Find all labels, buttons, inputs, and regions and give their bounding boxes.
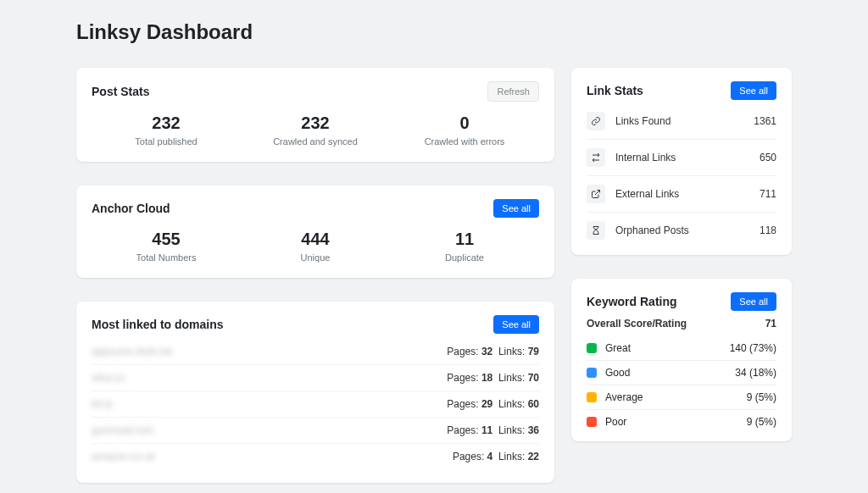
post-stats-label: Crawled and synced [241,136,390,147]
domain-row[interactable]: whoi.ccPages: 18 Links: 70 [92,365,539,391]
external-icon [587,185,605,203]
post-stats-card: Post Stats Refresh 232 Total published 2… [76,68,554,162]
keyword-rating-heading: Keyword Rating [587,295,677,308]
see-all-button[interactable]: See all [493,315,539,334]
refresh-button[interactable]: Refresh [487,81,539,102]
rating-label: Good [605,367,630,379]
anchor-cloud-value: 444 [241,230,390,249]
domain-meta: Pages: 4 Links: 22 [453,451,539,463]
link-stats-row[interactable]: Links Found1361 [587,103,776,140]
link-stats-value: 650 [760,152,776,163]
domain-row[interactable]: gumroad.comPages: 11 Links: 36 [92,418,539,444]
domain-name: appsumo.8odi.net [92,346,172,357]
internal-icon [587,148,605,167]
domain-row[interactable]: bit.lyPages: 29 Links: 60 [92,391,539,418]
domain-name: whoi.cc [92,372,125,384]
domains-card: Most linked to domains See all appsumo.8… [76,302,554,483]
anchor-cloud-value: 455 [92,230,241,249]
domain-row[interactable]: appsumo.8odi.netPages: 32 Links: 79 [92,339,539,365]
post-stats-label: Total published [92,136,241,147]
rating-value: 9 (5%) [747,416,776,428]
overall-score-label: Overall Score/Rating [587,318,687,330]
rating-label: Poor [605,416,626,428]
domain-meta: Pages: 29 Links: 60 [447,398,539,410]
link-stats-value: 711 [760,188,776,200]
post-stats-value: 0 [390,114,539,133]
link-stats-row[interactable]: Orphaned Posts118 [587,213,776,241]
link-stats-card: Link Stats See all Links Found1361Intern… [571,68,792,255]
domain-meta: Pages: 32 Links: 79 [447,346,539,357]
domain-meta: Pages: 18 Links: 70 [447,372,539,384]
anchor-cloud-label: Duplicate [390,252,539,263]
post-stats-heading: Post Stats [92,85,149,98]
link-icon [587,112,605,130]
domain-meta: Pages: 11 Links: 36 [447,424,539,436]
link-stats-row[interactable]: Internal Links650 [587,140,776,176]
overall-score-value: 71 [765,318,776,330]
keyword-rating-card: Keyword Rating See all Overall Score/Rat… [571,279,792,441]
domain-name: amazon.co.uk [92,451,155,463]
see-all-button[interactable]: See all [493,199,539,218]
see-all-button[interactable]: See all [731,81,776,100]
post-stats-value: 232 [241,114,390,133]
anchor-cloud-label: Unique [241,252,390,263]
link-stats-label: Links Found [615,115,670,127]
rating-swatch [587,343,597,353]
domain-row[interactable]: amazon.co.ukPages: 4 Links: 22 [92,444,539,469]
post-stats-label: Crawled with errors [390,136,539,147]
anchor-cloud-label: Total Numbers [92,252,241,263]
post-stats-value: 232 [92,114,241,133]
anchor-cloud-value: 11 [390,230,539,249]
link-stats-row[interactable]: External Links711 [587,176,776,213]
link-stats-label: Internal Links [615,152,676,163]
post-stats-row: 232 Total published 232 Crawled and sync… [92,110,539,148]
rating-swatch [587,368,597,378]
link-stats-label: External Links [615,188,679,200]
rating-swatch [587,417,597,427]
link-stats-heading: Link Stats [587,84,643,97]
anchor-cloud-heading: Anchor Cloud [92,202,170,215]
link-stats-value: 1361 [754,115,776,127]
domain-name: bit.ly [92,398,113,410]
keyword-rating-row: Good34 (18%) [587,361,776,385]
link-stats-label: Orphaned Posts [615,224,689,236]
keyword-rating-row: Great140 (73%) [587,336,776,361]
rating-swatch [587,392,597,402]
rating-value: 9 (5%) [747,391,776,403]
anchor-cloud-row: 455 Total Numbers 444 Unique 11 Duplicat… [92,226,539,264]
domain-name: gumroad.com [92,424,153,436]
keyword-rating-row: Average9 (5%) [587,385,776,410]
rating-label: Great [605,342,631,354]
rating-label: Average [605,391,643,403]
keyword-rating-row: Poor9 (5%) [587,410,776,428]
rating-value: 140 (73%) [730,342,776,354]
anchor-cloud-card: Anchor Cloud See all 455 Total Numbers 4… [76,186,554,278]
link-stats-value: 118 [760,224,776,236]
see-all-button[interactable]: See all [731,292,776,311]
domains-heading: Most linked to domains [92,318,224,331]
rating-value: 34 (18%) [735,367,776,379]
orphan-icon [587,221,605,240]
page-title: Linksy Dashboard [76,20,792,44]
